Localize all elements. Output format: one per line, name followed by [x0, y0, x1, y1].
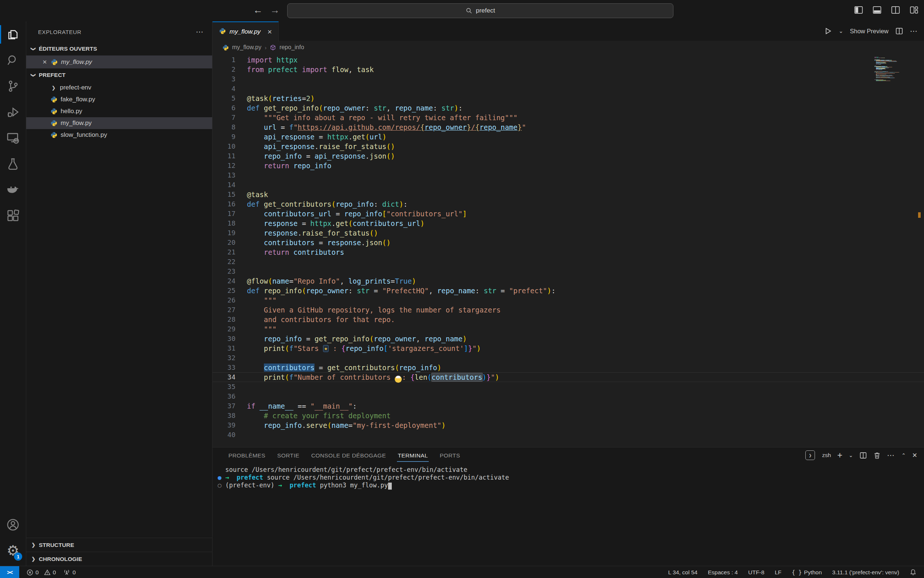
code-line[interactable]: 34 print(f"Number of contributors 👷: {le… [212, 372, 924, 382]
breadcrumb-symbol[interactable]: repo_info [280, 44, 304, 51]
tree-item[interactable]: ❯prefect-env [26, 82, 212, 94]
code-line[interactable]: 5@task(retries=2) [212, 94, 924, 103]
run-file-icon[interactable] [824, 27, 832, 35]
close-panel-icon[interactable]: ✕ [912, 451, 918, 459]
remote-explorer-icon[interactable] [0, 125, 26, 151]
back-icon[interactable]: ← [252, 5, 264, 16]
code-line[interactable]: 9 api_response = httpx.get(url) [212, 132, 924, 142]
open-editor-item[interactable]: ✕my_flow.py [26, 55, 212, 68]
code-line[interactable]: 23 [212, 266, 924, 276]
code-line[interactable]: 16def get_contributors(repo_info: dict): [212, 199, 924, 209]
code-line[interactable]: 14 [212, 180, 924, 190]
panel-tab-console-de-d-bogage[interactable]: CONSOLE DE DÉBOGAGE [305, 448, 392, 464]
code-line[interactable]: 17 contributors_url = repo_info["contrib… [212, 209, 924, 219]
code-line[interactable]: 18 response = httpx.get(contributors_url… [212, 219, 924, 228]
panel-tab-terminal[interactable]: TERMINAL [392, 448, 434, 464]
language-mode[interactable]: { } Python [792, 569, 822, 576]
code-line[interactable]: 3 [212, 74, 924, 84]
remote-indicator[interactable]: >< [0, 566, 19, 578]
structure-section[interactable]: ❯ STRUCTURE [26, 538, 212, 552]
run-dropdown-icon[interactable]: ⌄ [838, 28, 843, 34]
tree-item[interactable]: hello.py [26, 106, 212, 117]
code-line[interactable]: 25def repo_info(repo_owner: str = "Prefe… [212, 286, 924, 295]
code-line[interactable]: 27 Given a GitHub repository, logs the n… [212, 305, 924, 315]
problems-status[interactable]: 0 0 [27, 569, 56, 576]
code-line[interactable]: 26 """ [212, 295, 924, 305]
accounts-icon[interactable] [0, 512, 26, 538]
code-line[interactable]: 19 response.raise_for_status() [212, 228, 924, 238]
code-line[interactable]: 8 url = f"https://api.github.com/repos/{… [212, 122, 924, 132]
layout-sidebar-left-icon[interactable] [854, 5, 863, 15]
code-line[interactable]: 38 # create your first deployment [212, 411, 924, 421]
customize-layout-icon[interactable] [909, 5, 919, 15]
close-tab-icon[interactable]: ✕ [267, 28, 272, 36]
tree-item[interactable]: my_flow.py [26, 117, 212, 129]
open-editors-section[interactable]: ❯ ÉDITEURS OUVERTS [26, 42, 212, 55]
code-line[interactable]: 12 return repo_info [212, 161, 924, 170]
split-terminal-icon[interactable] [859, 451, 867, 459]
explorer-icon[interactable] [0, 21, 26, 47]
panel-more-icon[interactable]: ⋯ [887, 451, 895, 459]
forward-icon[interactable]: → [269, 5, 281, 16]
code-line[interactable]: 30 repo_info = get_repo_info(repo_owner,… [212, 334, 924, 344]
kill-terminal-icon[interactable] [873, 451, 881, 459]
code-line[interactable]: 15@task [212, 190, 924, 199]
workspace-section[interactable]: ❯ PREFECT [26, 68, 212, 82]
code-line[interactable]: 6def get_repo_info(repo_owner: str, repo… [212, 103, 924, 113]
code-editor[interactable]: 1import httpx2from prefect import flow, … [212, 54, 924, 447]
code-line[interactable]: 35 [212, 382, 924, 391]
code-line[interactable]: 20 contributors = response.json() [212, 238, 924, 247]
code-line[interactable]: 4 [212, 84, 924, 94]
python-interpreter[interactable]: 3.11.1 ('prefect-env': venv) [832, 569, 899, 576]
bell-icon[interactable] [909, 569, 917, 576]
terminal-output[interactable]: source /Users/henricourdent/git/prefect/… [212, 464, 924, 489]
eol[interactable]: LF [775, 569, 782, 576]
panel-tab-ports[interactable]: PORTS [434, 448, 466, 464]
code-line[interactable]: 31 print(f"Stars ★ : {repo_info['stargaz… [212, 344, 924, 353]
encoding[interactable]: UTF-8 [748, 569, 764, 576]
show-preview-button[interactable]: Show Preview [850, 28, 888, 35]
command-center-search[interactable]: prefect [287, 3, 673, 18]
run-debug-icon[interactable] [0, 99, 26, 125]
code-line[interactable]: 40 [212, 430, 924, 440]
layout-sidebar-right-icon[interactable] [891, 5, 900, 15]
code-line[interactable]: 33 contributors = get_contributors(repo_… [212, 363, 924, 372]
code-line[interactable]: 36 [212, 391, 924, 401]
code-line[interactable]: 7 """Get info about a repo - will retry … [212, 113, 924, 122]
testing-icon[interactable] [0, 151, 26, 177]
code-line[interactable]: 2from prefect import flow, task [212, 65, 924, 74]
ports-status[interactable]: 0 [63, 569, 76, 576]
new-terminal-icon[interactable]: + [837, 451, 842, 459]
split-editor-icon[interactable] [895, 27, 903, 35]
search-icon[interactable] [0, 47, 26, 73]
terminal-dropdown-icon[interactable]: ⌄ [849, 452, 853, 458]
settings-gear-icon[interactable]: ⚙ 1 [0, 538, 26, 563]
code-line[interactable]: 29 """ [212, 324, 924, 334]
code-line[interactable]: 10 api_response.raise_for_status() [212, 142, 924, 151]
explorer-more-icon[interactable]: ⋯ [196, 28, 204, 36]
close-editor-icon[interactable]: ✕ [42, 59, 48, 65]
code-line[interactable]: 13 [212, 170, 924, 180]
code-line[interactable]: 24@flow(name="Repo Info", log_prints=Tru… [212, 276, 924, 286]
breadcrumb-file[interactable]: my_flow.py [232, 44, 261, 51]
tree-item[interactable]: slow_function.py [26, 129, 212, 141]
tree-item[interactable]: fake_flow.py [26, 94, 212, 106]
layout-panel-icon[interactable] [872, 5, 882, 15]
tab-my-flow[interactable]: my_flow.py ✕ [212, 21, 279, 41]
panel-tab-probl-mes[interactable]: PROBLÈMES [222, 448, 271, 464]
docker-icon[interactable] [0, 177, 26, 203]
extensions-icon[interactable] [0, 203, 26, 229]
code-line[interactable]: 37if __name__ == "__main__": [212, 401, 924, 411]
timeline-section[interactable]: ❯ CHRONOLOGIE [26, 552, 212, 566]
cursor-position[interactable]: L 34, col 54 [668, 569, 698, 576]
source-control-icon[interactable] [0, 73, 26, 99]
code-line[interactable]: 32 [212, 353, 924, 363]
code-line[interactable]: 21 return contributors [212, 247, 924, 257]
minimap[interactable] [874, 57, 904, 82]
code-line[interactable]: 39 repo_info.serve(name="my-first-deploy… [212, 421, 924, 430]
code-line[interactable]: 28 and contributors for that repo. [212, 315, 924, 324]
panel-tab-sortie[interactable]: SORTIE [271, 448, 305, 464]
code-line[interactable]: 22 [212, 257, 924, 266]
code-line[interactable]: 1import httpx [212, 55, 924, 65]
editor-more-icon[interactable]: ⋯ [910, 27, 918, 36]
